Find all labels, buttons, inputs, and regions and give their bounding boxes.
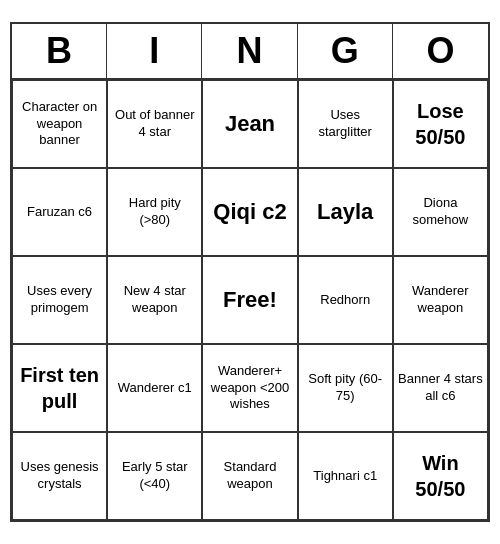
bingo-cell-11: New 4 star weapon — [107, 256, 202, 344]
bingo-cell-5: Faruzan c6 — [12, 168, 107, 256]
bingo-cell-15: First ten pull — [12, 344, 107, 432]
bingo-cell-22: Standard weapon — [202, 432, 297, 520]
header-letter-N: N — [202, 24, 297, 78]
bingo-cell-17: Wanderer+ weapon <200 wishes — [202, 344, 297, 432]
bingo-cell-13: Redhorn — [298, 256, 393, 344]
header-letter-O: O — [393, 24, 488, 78]
header-letter-B: B — [12, 24, 107, 78]
bingo-cell-6: Hard pity (>80) — [107, 168, 202, 256]
bingo-cell-14: Wanderer weapon — [393, 256, 488, 344]
bingo-cell-23: Tighnari c1 — [298, 432, 393, 520]
bingo-cell-7: Qiqi c2 — [202, 168, 297, 256]
bingo-cell-9: Diona somehow — [393, 168, 488, 256]
bingo-card: BINGO Character on weapon bannerOut of b… — [10, 22, 490, 522]
bingo-cell-1: Out of banner 4 star — [107, 80, 202, 168]
bingo-grid: Character on weapon bannerOut of banner … — [12, 80, 488, 520]
bingo-cell-20: Uses genesis crystals — [12, 432, 107, 520]
header-letter-G: G — [298, 24, 393, 78]
header-letter-I: I — [107, 24, 202, 78]
bingo-cell-12: Free! — [202, 256, 297, 344]
bingo-cell-3: Uses starglitter — [298, 80, 393, 168]
bingo-cell-0: Character on weapon banner — [12, 80, 107, 168]
bingo-cell-2: Jean — [202, 80, 297, 168]
bingo-cell-4: Lose 50/50 — [393, 80, 488, 168]
bingo-cell-16: Wanderer c1 — [107, 344, 202, 432]
bingo-cell-10: Uses every primogem — [12, 256, 107, 344]
bingo-header: BINGO — [12, 24, 488, 80]
bingo-cell-8: Layla — [298, 168, 393, 256]
bingo-cell-24: Win 50/50 — [393, 432, 488, 520]
bingo-cell-18: Soft pity (60-75) — [298, 344, 393, 432]
bingo-cell-21: Early 5 star (<40) — [107, 432, 202, 520]
bingo-cell-19: Banner 4 stars all c6 — [393, 344, 488, 432]
